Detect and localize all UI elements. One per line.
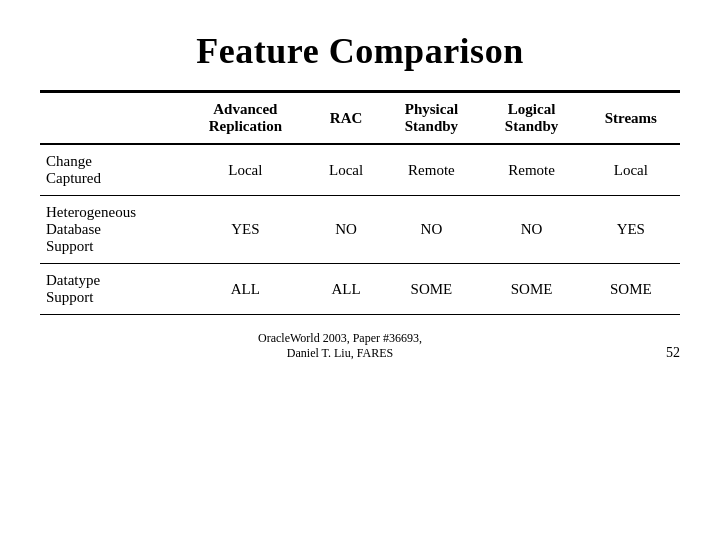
- col-header-feature: [40, 92, 180, 145]
- page-title: Feature Comparison: [196, 30, 523, 72]
- col-header-physical-standby: PhysicalStandby: [381, 92, 481, 145]
- col-header-streams: Streams: [582, 92, 680, 145]
- cell-feature-2: DatatypeSupport: [40, 264, 180, 315]
- cell-streams-0: Local: [582, 144, 680, 196]
- cell-logical-standby-0: Remote: [482, 144, 582, 196]
- cell-rac-1: NO: [311, 196, 382, 264]
- table-header-row: AdvancedReplication RAC PhysicalStandby …: [40, 92, 680, 145]
- cell-advanced-replication-1: YES: [180, 196, 311, 264]
- table-row: ChangeCapturedLocalLocalRemoteRemoteLoca…: [40, 144, 680, 196]
- comparison-table: AdvancedReplication RAC PhysicalStandby …: [40, 90, 680, 315]
- col-header-rac: RAC: [311, 92, 382, 145]
- cell-streams-1: YES: [582, 196, 680, 264]
- footer: OracleWorld 2003, Paper #36693,Daniel T.…: [40, 331, 680, 361]
- col-header-advanced-replication: AdvancedReplication: [180, 92, 311, 145]
- footer-page: 52: [640, 345, 680, 361]
- cell-advanced-replication-0: Local: [180, 144, 311, 196]
- table-row: HeterogeneousDatabaseSupportYESNONONOYES: [40, 196, 680, 264]
- cell-logical-standby-2: SOME: [482, 264, 582, 315]
- col-header-logical-standby: LogicalStandby: [482, 92, 582, 145]
- cell-rac-0: Local: [311, 144, 382, 196]
- cell-rac-2: ALL: [311, 264, 382, 315]
- cell-streams-2: SOME: [582, 264, 680, 315]
- cell-feature-0: ChangeCaptured: [40, 144, 180, 196]
- cell-advanced-replication-2: ALL: [180, 264, 311, 315]
- cell-physical-standby-1: NO: [381, 196, 481, 264]
- footer-citation: OracleWorld 2003, Paper #36693,Daniel T.…: [40, 331, 640, 361]
- cell-physical-standby-0: Remote: [381, 144, 481, 196]
- cell-feature-1: HeterogeneousDatabaseSupport: [40, 196, 180, 264]
- comparison-table-wrapper: AdvancedReplication RAC PhysicalStandby …: [40, 90, 680, 315]
- table-row: DatatypeSupportALLALLSOMESOMESOME: [40, 264, 680, 315]
- cell-physical-standby-2: SOME: [381, 264, 481, 315]
- cell-logical-standby-1: NO: [482, 196, 582, 264]
